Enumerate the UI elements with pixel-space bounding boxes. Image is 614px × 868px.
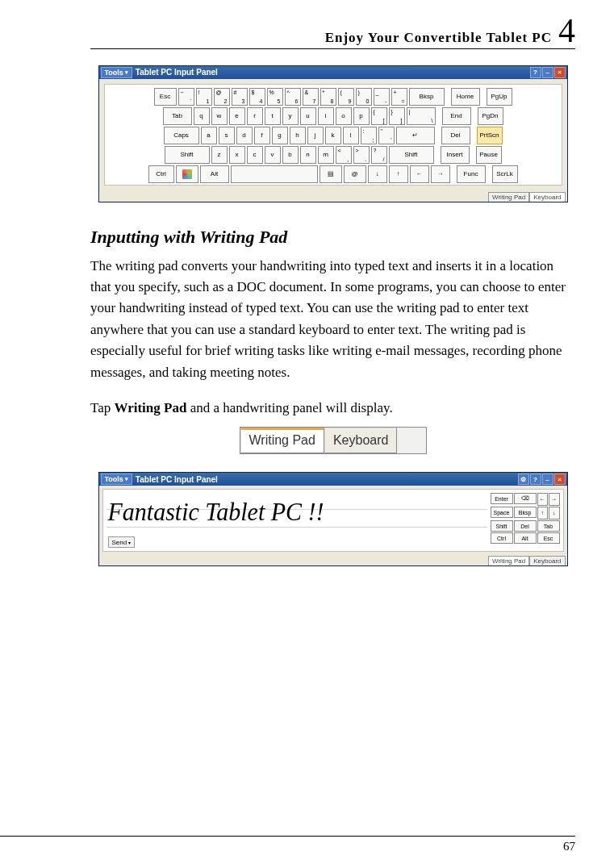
key[interactable]: v <box>265 146 281 164</box>
hw-key[interactable]: Bksp <box>514 507 537 518</box>
key[interactable]: m <box>318 146 334 164</box>
key[interactable]: Shift <box>389 146 434 164</box>
arrow-left-key[interactable]: ← <box>537 493 549 506</box>
key[interactable]: ↵ <box>396 127 435 144</box>
key[interactable] <box>176 165 198 183</box>
key[interactable]: ?/ <box>371 146 387 164</box>
key[interactable]: ← <box>410 165 429 183</box>
key[interactable]: ▤ <box>320 165 342 183</box>
key[interactable]: n <box>300 146 316 164</box>
key[interactable]: *8 <box>320 88 336 106</box>
key[interactable]: Del <box>441 127 470 144</box>
key[interactable]: += <box>391 88 407 106</box>
key[interactable]: Insert <box>441 146 470 164</box>
send-button[interactable]: Send <box>108 536 136 548</box>
key[interactable]: Caps <box>164 127 199 144</box>
hw-key[interactable]: ⌫ <box>514 493 537 504</box>
key[interactable]: k <box>325 127 341 144</box>
key[interactable]: i <box>318 107 334 125</box>
hw-key[interactable]: Ctrl <box>491 532 513 544</box>
key[interactable]: j <box>307 127 324 144</box>
key[interactable]: PgDn <box>478 107 503 125</box>
tools-menu[interactable]: Tools <box>101 67 132 78</box>
hw-settings-icon[interactable]: ⚙ <box>518 474 529 485</box>
hw-help-icon[interactable]: ? <box>530 474 541 485</box>
key[interactable]: b <box>282 146 299 164</box>
help-icon[interactable]: ? <box>530 67 541 78</box>
key[interactable]: Shift <box>165 146 210 164</box>
key[interactable]: ~` <box>178 88 194 106</box>
key[interactable]: :; <box>361 127 377 144</box>
key[interactable]: o <box>336 107 352 125</box>
key[interactable]: @ <box>344 165 366 183</box>
hw-key[interactable]: Esc <box>537 532 560 544</box>
key[interactable]: → <box>431 165 450 183</box>
key[interactable]: Tab <box>163 107 192 125</box>
key[interactable]: l <box>343 127 359 144</box>
tab-keyboard[interactable]: Keyboard <box>529 192 565 202</box>
key[interactable]: }] <box>389 107 405 125</box>
key[interactable]: $4 <box>249 88 265 106</box>
hw-tab-keyboard[interactable]: Keyboard <box>529 556 565 565</box>
key[interactable]: r <box>247 107 263 125</box>
hw-key[interactable]: Shift <box>491 520 513 532</box>
key[interactable]: {[ <box>371 107 387 125</box>
key[interactable]: >. <box>353 146 370 164</box>
key[interactable]: ↑ <box>389 165 408 183</box>
key[interactable]: !1 <box>196 88 212 106</box>
arrow-up-key[interactable]: ↑ <box>537 507 549 520</box>
key[interactable]: )0 <box>356 88 372 106</box>
key[interactable]: Ctrl <box>148 165 174 183</box>
arrow-down-key[interactable]: ↓ <box>549 507 560 520</box>
hw-minimize-icon[interactable]: – <box>542 474 553 485</box>
key[interactable]: h <box>290 127 306 144</box>
key[interactable]: ↓ <box>368 165 387 183</box>
key[interactable]: a <box>201 127 217 144</box>
key[interactable]: (9 <box>338 88 354 106</box>
hw-key[interactable]: Del <box>514 520 537 532</box>
key[interactable]: s <box>219 127 235 144</box>
handwriting-area[interactable]: Fantastic Tablet PC !! Send <box>107 493 487 548</box>
key[interactable]: |\ <box>407 107 436 125</box>
key[interactable]: "' <box>378 127 395 144</box>
hw-key[interactable]: Alt <box>514 532 537 544</box>
key[interactable]: y <box>282 107 299 125</box>
key[interactable]: _- <box>374 88 390 106</box>
key[interactable]: @2 <box>214 88 230 106</box>
hw-key[interactable]: Tab <box>537 520 560 532</box>
minimize-icon[interactable]: – <box>542 67 553 78</box>
close-icon[interactable]: × <box>554 67 566 78</box>
hw-close-icon[interactable]: × <box>554 474 566 485</box>
key[interactable]: u <box>300 107 316 125</box>
key[interactable]: PgUp <box>487 88 512 106</box>
key[interactable]: d <box>236 127 253 144</box>
key[interactable]: Bksp <box>409 88 445 106</box>
hw-key[interactable]: Space <box>491 507 513 518</box>
tab-keyboard-closeup[interactable]: Keyboard <box>324 428 398 453</box>
key[interactable]: <, <box>336 146 352 164</box>
tab-writing-pad[interactable]: Writing Pad <box>488 192 529 202</box>
key[interactable]: %5 <box>267 88 283 106</box>
key[interactable]: ScrLk <box>492 165 518 183</box>
key[interactable]: Pause <box>476 146 502 164</box>
hw-tools-menu[interactable]: Tools <box>101 474 132 485</box>
key[interactable]: Alt <box>200 165 229 183</box>
key[interactable]: q <box>194 107 210 125</box>
key[interactable]: &7 <box>303 88 319 106</box>
tab-writing-pad-closeup[interactable]: Writing Pad <box>240 428 324 453</box>
key[interactable]: t <box>265 107 281 125</box>
key[interactable]: #3 <box>232 88 248 106</box>
hw-tab-writing-pad[interactable]: Writing Pad <box>488 556 529 565</box>
key[interactable]: x <box>229 146 245 164</box>
key[interactable]: g <box>272 127 288 144</box>
key[interactable]: Esc <box>154 88 177 106</box>
key[interactable]: z <box>211 146 228 164</box>
key[interactable]: Func <box>457 165 486 183</box>
key[interactable] <box>231 165 318 183</box>
key[interactable]: ^6 <box>285 88 301 106</box>
hw-key[interactable]: Enter <box>491 493 513 504</box>
key[interactable]: PrtScn <box>477 127 503 144</box>
key[interactable]: w <box>211 107 228 125</box>
key[interactable]: End <box>442 107 471 125</box>
key[interactable]: e <box>229 107 245 125</box>
